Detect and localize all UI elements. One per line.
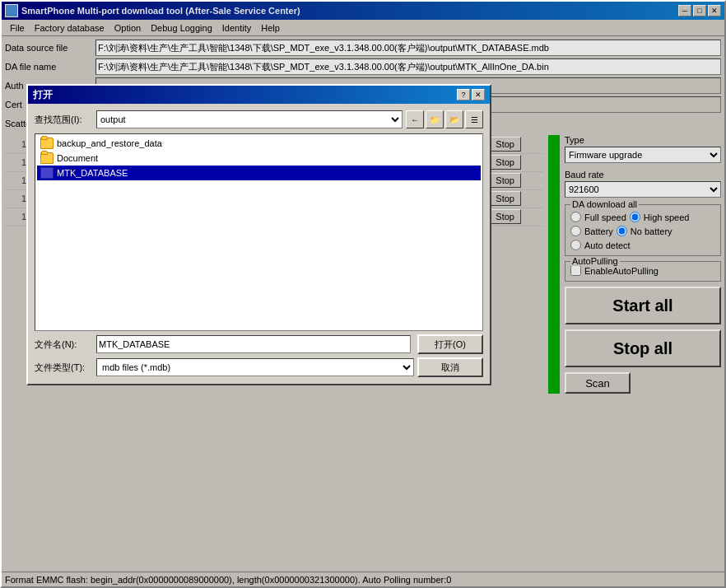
folder-icon: [40, 138, 54, 149]
filename-label: 文件名(N):: [35, 338, 96, 351]
open-dialog: 打开 ? ✕ 查找范围(I): output ← 📁: [26, 84, 491, 385]
nav-up-button[interactable]: 📁: [426, 110, 444, 128]
main-window: SmartPhone Multi-port download tool (Aft…: [0, 0, 726, 588]
dialog-help-button[interactable]: ?: [457, 89, 470, 100]
dialog-title-text: 打开: [33, 88, 53, 102]
file-list[interactable]: backup_and_restore_data Document MTK_DAT…: [35, 133, 483, 331]
dialog-cancel-button[interactable]: 取消: [417, 357, 483, 377]
filename-input[interactable]: [96, 335, 411, 353]
dialog-content: 查找范围(I): output ← 📁 📂 ☰ backup: [28, 104, 490, 384]
location-select[interactable]: output: [96, 110, 403, 128]
view-toggle-button[interactable]: ☰: [465, 110, 483, 128]
file-item-mtk-database[interactable]: MTK_DATABASE: [37, 166, 481, 180]
location-label: 查找范围(I):: [35, 114, 96, 126]
dialog-overlay: 打开 ? ✕ 查找范围(I): output ← 📁: [2, 2, 724, 586]
filetype-label: 文件类型(T):: [35, 362, 96, 374]
file-item-name: Document: [57, 153, 98, 163]
folder-icon: [40, 152, 54, 164]
filetype-select[interactable]: mdb files (*.mdb): [96, 358, 414, 376]
db-icon: [40, 167, 54, 179]
file-item-name: backup_and_restore_data: [57, 138, 162, 148]
location-row: 查找范围(I): output ← 📁 📂 ☰: [35, 110, 483, 128]
filetype-row: 文件类型(T): mdb files (*.mdb) 取消: [35, 357, 483, 377]
file-item-document[interactable]: Document: [37, 151, 481, 166]
dialog-close-button[interactable]: ✕: [472, 89, 485, 100]
dialog-title-bar: 打开 ? ✕: [28, 86, 490, 104]
dialog-controls: ? ✕: [457, 89, 485, 100]
filename-row: 文件名(N): 打开(O): [35, 334, 483, 354]
nav-back-button[interactable]: ←: [406, 110, 424, 128]
new-folder-button[interactable]: 📂: [445, 110, 463, 128]
file-item-name: MTK_DATABASE: [57, 168, 128, 178]
dialog-toolbar: ← 📁 📂 ☰: [406, 110, 483, 128]
file-item-backup[interactable]: backup_and_restore_data: [37, 136, 481, 151]
dialog-ok-button[interactable]: 打开(O): [417, 334, 483, 354]
